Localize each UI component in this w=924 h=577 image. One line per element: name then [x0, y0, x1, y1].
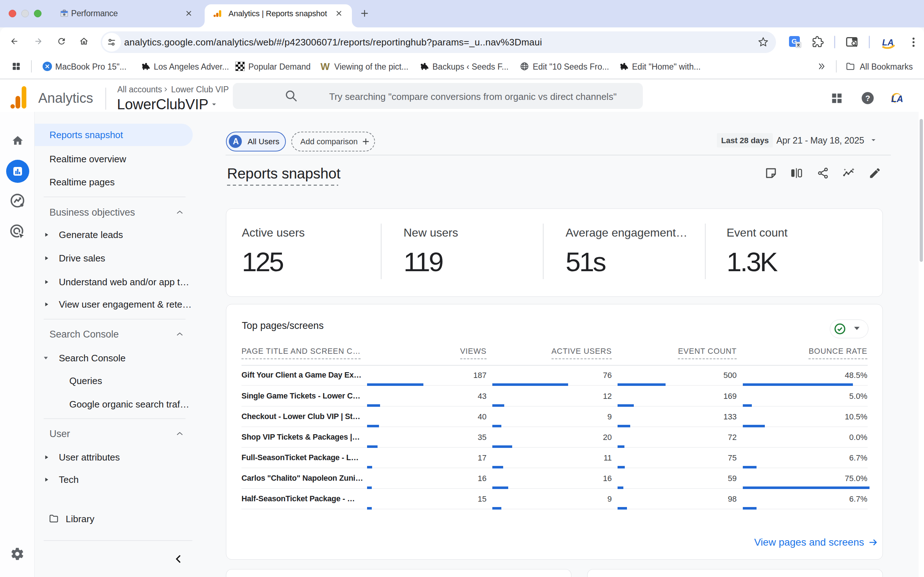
svg-text:?: ?: [865, 94, 870, 103]
svg-text:LA: LA: [891, 94, 903, 104]
svg-text:LA: LA: [882, 37, 894, 47]
